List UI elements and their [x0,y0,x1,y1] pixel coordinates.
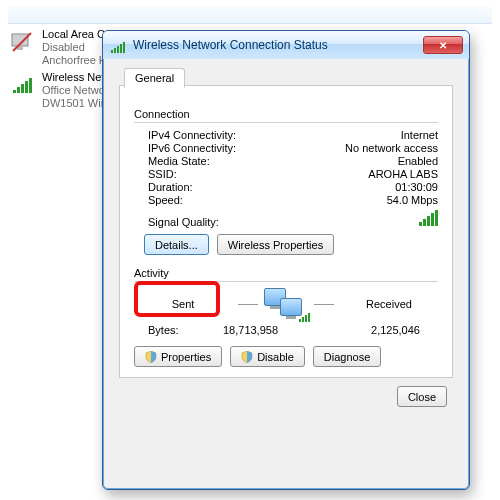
sent-label: Sent [134,298,232,310]
divider [238,304,258,305]
duration-label: Duration: [148,181,395,193]
speed-label: Speed: [148,194,387,206]
wireless-properties-button[interactable]: Wireless Properties [217,234,334,255]
close-button[interactable]: ✕ [423,36,463,54]
toolbar [8,6,492,24]
dialog-title: Wireless Network Connection Status [133,38,417,52]
ipv6-label: IPv6 Connectivity: [148,142,345,154]
close-icon: ✕ [439,40,447,51]
dialog-body: General Connection IPv4 Connectivity:Int… [119,85,453,378]
activity-monitors-icon [264,288,308,320]
duration-value: 01:30:09 [395,181,438,193]
wifi-icon [8,71,36,99]
tab-general[interactable]: General [124,68,185,88]
titlebar[interactable]: Wireless Network Connection Status ✕ [103,31,469,59]
media-state-label: Media State: [148,155,398,167]
wifi-icon [111,37,127,53]
media-state-value: Enabled [398,155,438,167]
diagnose-button[interactable]: Diagnose [313,346,381,367]
divider [134,281,438,282]
signal-bars-icon [419,210,438,228]
speed-value: 54.0 Mbps [387,194,438,206]
shield-icon [241,351,253,363]
bytes-sent-value: 18,713,958 [208,324,293,336]
properties-button[interactable]: Properties [134,346,222,367]
divider [314,304,334,305]
received-label: Received [340,298,438,310]
ipv6-value: No network access [345,142,438,154]
disable-button[interactable]: Disable [230,346,305,367]
ssid-label: SSID: [148,168,368,180]
wired-disabled-icon [8,28,36,56]
ipv4-label: IPv4 Connectivity: [148,129,401,141]
divider [134,122,438,123]
close-dialog-button[interactable]: Close [397,386,447,407]
group-activity-label: Activity [134,267,438,279]
signal-quality-label: Signal Quality: [148,216,419,228]
group-connection-label: Connection [134,108,438,120]
shield-icon [145,351,157,363]
bytes-label: Bytes: [148,324,208,336]
ipv4-value: Internet [401,129,438,141]
ssid-value: AROHA LABS [368,168,438,180]
bytes-received-value: 2,125,046 [353,324,438,336]
details-button[interactable]: Details... [144,234,209,255]
wireless-status-dialog: Wireless Network Connection Status ✕ Gen… [102,30,470,490]
